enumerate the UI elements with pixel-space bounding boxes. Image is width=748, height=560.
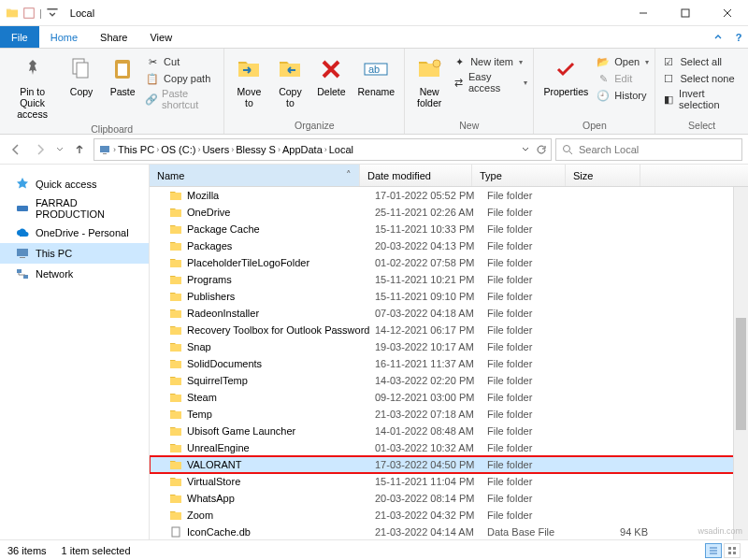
paste-button[interactable]: Paste bbox=[104, 52, 141, 99]
properties-button[interactable]: Properties bbox=[539, 52, 592, 99]
breadcrumb-seg[interactable]: Local bbox=[329, 144, 353, 155]
cell-type: File folder bbox=[487, 274, 581, 285]
column-date[interactable]: Date modified bbox=[360, 165, 472, 186]
cell-name: IconCache.db bbox=[187, 526, 375, 538]
pin-to-quick-access-button[interactable]: Pin to Quick access bbox=[6, 52, 59, 122]
back-button[interactable] bbox=[6, 139, 26, 160]
folder-icon bbox=[168, 440, 183, 455]
qat-dropdown-icon[interactable] bbox=[46, 7, 59, 20]
open-button[interactable]: 📂Open ▾ bbox=[596, 54, 649, 69]
breadcrumb-seg[interactable]: Blessy S bbox=[236, 144, 276, 155]
table-row[interactable]: Programs 15-11-2021 10:21 PM File folder bbox=[150, 271, 748, 288]
sidebar-item[interactable]: FARRAD PRODUCTION bbox=[0, 194, 149, 223]
table-row[interactable]: RadeonInstaller 07-03-2022 04:18 AM File… bbox=[150, 305, 748, 322]
folder-icon bbox=[168, 238, 183, 253]
maximize-button[interactable] bbox=[664, 0, 706, 26]
table-row[interactable]: Temp 21-03-2022 07:18 AM File folder bbox=[150, 406, 748, 423]
table-row[interactable]: Steam 09-12-2021 03:00 PM File folder bbox=[150, 389, 748, 406]
tab-file[interactable]: File bbox=[0, 26, 39, 48]
breadcrumb-seg[interactable]: Users bbox=[202, 144, 229, 155]
table-row[interactable]: IconCache.db 21-03-2022 04:14 AM Data Ba… bbox=[150, 524, 748, 539]
table-row[interactable]: Zoom 21-03-2022 04:32 PM File folder bbox=[150, 507, 748, 524]
cell-name: SquirrelTemp bbox=[187, 375, 375, 386]
table-row[interactable]: VirtualStore 15-11-2021 11:04 PM File fo… bbox=[150, 473, 748, 490]
tab-view[interactable]: View bbox=[138, 26, 183, 48]
table-row[interactable]: Recovery Toolbox for Outlook Password 14… bbox=[150, 322, 748, 338]
move-to-button[interactable]: Move to bbox=[230, 52, 267, 110]
edit-button[interactable]: ✎Edit bbox=[596, 71, 649, 86]
new-item-button[interactable]: ✦New item ▾ bbox=[452, 54, 527, 69]
new-folder-button[interactable]: New folder bbox=[410, 52, 448, 110]
folder-icon bbox=[168, 491, 183, 506]
sidebar-item[interactable]: OneDrive - Personal bbox=[0, 223, 149, 243]
breadcrumb[interactable]: › This PC› OS (C:)› Users› Blessy S› App… bbox=[94, 138, 552, 161]
breadcrumb-seg[interactable]: AppData bbox=[282, 144, 323, 155]
forward-button[interactable] bbox=[30, 139, 50, 160]
invert-selection-button[interactable]: ◧Invert selection bbox=[661, 88, 742, 110]
select-all-button[interactable]: ☑Select all bbox=[661, 54, 742, 69]
vertical-scrollbar[interactable] bbox=[733, 187, 748, 539]
easy-access-icon: ⇄ bbox=[452, 75, 465, 90]
delete-button[interactable]: Delete bbox=[312, 52, 350, 99]
sidebar-item[interactable]: This PC bbox=[0, 243, 149, 264]
column-type[interactable]: Type bbox=[472, 165, 566, 186]
copy-to-button[interactable]: Copy to bbox=[271, 52, 309, 110]
breadcrumb-dropdown-icon[interactable] bbox=[521, 144, 530, 153]
table-row[interactable]: Packages 20-03-2022 04:13 PM File folder bbox=[150, 237, 748, 254]
column-size[interactable]: Size bbox=[566, 165, 640, 186]
select-none-button[interactable]: ☐Select none bbox=[661, 71, 742, 86]
history-button[interactable]: 🕘History bbox=[596, 88, 649, 103]
sidebar-item[interactable]: Quick access bbox=[0, 174, 149, 194]
table-row[interactable]: PlaceholderTileLogoFolder 01-02-2022 07:… bbox=[150, 254, 748, 271]
cell-date: 14-12-2021 06:17 PM bbox=[375, 324, 487, 336]
folder-icon bbox=[168, 205, 183, 220]
table-row[interactable]: Ubisoft Game Launcher 14-01-2022 08:48 A… bbox=[150, 423, 748, 439]
table-row[interactable]: UnrealEngine 01-03-2022 10:32 AM File fo… bbox=[150, 439, 748, 456]
folder-icon bbox=[168, 474, 183, 489]
column-name[interactable]: Name˄ bbox=[150, 165, 360, 186]
search-input[interactable]: Search Local bbox=[555, 138, 742, 161]
recent-locations-button[interactable] bbox=[54, 139, 65, 160]
svg-rect-21 bbox=[733, 547, 736, 550]
paste-shortcut-button[interactable]: 🔗Paste shortcut bbox=[145, 88, 218, 110]
view-large-button[interactable] bbox=[724, 543, 741, 558]
rename-button[interactable]: ab Rename bbox=[353, 52, 398, 99]
qat-icon[interactable] bbox=[22, 7, 36, 20]
table-row[interactable]: SquirrelTemp 14-03-2022 02:20 PM File fo… bbox=[150, 372, 748, 389]
breadcrumb-seg[interactable]: OS (C:) bbox=[161, 144, 195, 155]
sidebar-item[interactable]: Network bbox=[0, 264, 149, 284]
table-row[interactable]: Mozilla 17-01-2022 05:52 PM File folder bbox=[150, 187, 748, 204]
cell-type: File folder bbox=[487, 240, 581, 251]
ribbon-collapse-icon[interactable] bbox=[707, 26, 729, 48]
table-row[interactable]: Publishers 15-11-2021 09:10 PM File fold… bbox=[150, 288, 748, 305]
table-row[interactable]: SolidDocuments 16-11-2021 11:37 AM File … bbox=[150, 355, 748, 372]
cell-name: Ubisoft Game Launcher bbox=[187, 425, 375, 437]
tab-share[interactable]: Share bbox=[89, 26, 138, 48]
table-row[interactable]: Package Cache 15-11-2021 10:33 PM File f… bbox=[150, 221, 748, 237]
breadcrumb-seg[interactable]: This PC bbox=[118, 144, 154, 155]
folder-icon bbox=[168, 339, 183, 354]
up-button[interactable] bbox=[69, 139, 90, 160]
svg-rect-16 bbox=[23, 275, 28, 279]
history-icon: 🕘 bbox=[596, 88, 611, 103]
cell-date: 19-03-2022 10:17 AM bbox=[375, 341, 487, 352]
copy-button[interactable]: Copy bbox=[63, 52, 100, 99]
copy-path-icon: 📋 bbox=[145, 71, 160, 86]
copy-path-button[interactable]: 📋Copy path bbox=[145, 71, 218, 86]
cell-type: File folder bbox=[487, 291, 581, 302]
tab-home[interactable]: Home bbox=[39, 26, 89, 48]
refresh-icon[interactable] bbox=[536, 144, 547, 155]
table-row[interactable]: WhatsApp 20-03-2022 08:14 PM File folder bbox=[150, 490, 748, 507]
easy-access-button[interactable]: ⇄Easy access ▾ bbox=[452, 71, 527, 93]
view-details-button[interactable] bbox=[705, 543, 722, 558]
quick-access-toolbar: | bbox=[6, 7, 59, 20]
scrollbar-thumb[interactable] bbox=[736, 318, 746, 430]
table-row[interactable]: Snap 19-03-2022 10:17 AM File folder bbox=[150, 338, 748, 355]
minimize-button[interactable] bbox=[622, 0, 664, 26]
help-button[interactable]: ? bbox=[729, 26, 748, 48]
cut-button[interactable]: ✂Cut bbox=[145, 54, 218, 69]
group-select: ☑Select all ☐Select none ◧Invert selecti… bbox=[655, 49, 748, 134]
table-row[interactable]: VALORANT 17-03-2022 04:50 PM File folder bbox=[150, 456, 748, 473]
close-button[interactable] bbox=[706, 0, 748, 26]
table-row[interactable]: OneDrive 25-11-2021 02:26 AM File folder bbox=[150, 204, 748, 221]
